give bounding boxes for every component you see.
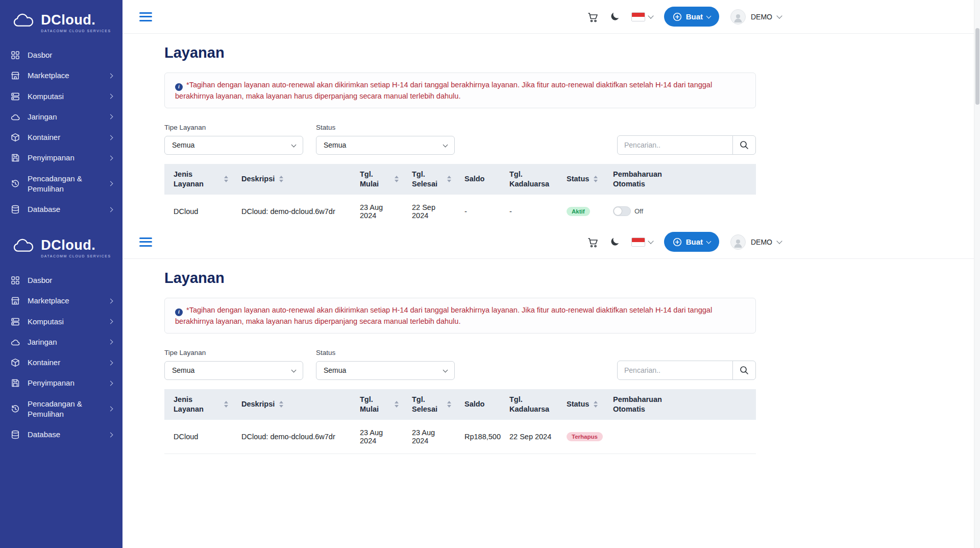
dark-mode-button[interactable] (609, 11, 620, 22)
cloud-logo-icon (11, 239, 36, 257)
auto-renewal-toggle[interactable]: Off (613, 206, 643, 216)
sidebar-item-dasbor[interactable]: Dasbor (0, 45, 122, 65)
info-icon: i (175, 83, 183, 91)
search-button[interactable] (732, 361, 756, 380)
chevron-right-icon (108, 360, 113, 365)
sidebar-item-database[interactable]: Database (0, 424, 122, 445)
page-title: Layanan (164, 44, 756, 61)
sidebar-item-penyimpanan[interactable]: Penyimpanan (0, 373, 122, 393)
create-button[interactable]: Buat (664, 7, 719, 27)
search-group (617, 135, 756, 155)
column-header-tgl-mulai[interactable]: Tgl. Mulai (351, 164, 403, 195)
menu-toggle-icon[interactable] (139, 237, 152, 247)
logo[interactable]: DCloud. DATACOMM CLOUD SERVICES (0, 225, 122, 264)
sidebar-item-marketplace[interactable]: Marketplace (0, 65, 122, 86)
search-icon (739, 140, 749, 150)
sidebar-item-komputasi[interactable]: Komputasi (0, 312, 122, 332)
create-button-label: Buat (686, 12, 703, 21)
menu-toggle-icon[interactable] (139, 12, 152, 21)
database-icon (10, 204, 20, 215)
create-button[interactable]: Buat (664, 232, 719, 252)
cart-button[interactable] (587, 236, 598, 248)
filter-type-label: Tipe Layanan (164, 349, 303, 356)
container-icon (10, 132, 20, 142)
table-header: Jenis Layanan Deskripsi Tgl. Mulai Tgl. … (164, 164, 756, 195)
plus-circle-icon (673, 12, 682, 21)
sidebar-item-label: Komputasi (28, 317, 102, 327)
filter-type-select[interactable]: Semua (164, 361, 303, 380)
filter-status-select[interactable]: Semua (316, 361, 455, 380)
search-input[interactable] (617, 135, 733, 155)
chevron-down-icon (706, 239, 712, 244)
table-header: Jenis Layanan Deskripsi Tgl. Mulai Tgl. … (164, 389, 756, 420)
column-header-jenis-layanan[interactable]: Jenis Layanan (164, 389, 232, 420)
screen-bottom: DCloud. DATACOMM CLOUD SERVICES Dasbor M… (0, 225, 980, 548)
user-menu[interactable]: DEMO (730, 9, 781, 25)
info-banner-text: *Tagihan dengan layanan auto-renewal aka… (175, 81, 712, 100)
scrollbar-track[interactable] (974, 0, 980, 548)
column-header-pembaharuan: Pembaharuan Otomatis (604, 389, 756, 420)
column-header-tgl-selesai[interactable]: Tgl. Selesai (403, 389, 455, 420)
chevron-down-icon (648, 13, 653, 18)
column-header-jenis-layanan[interactable]: Jenis Layanan (164, 164, 232, 195)
sidebar-item-jaringan[interactable]: Jaringan (0, 332, 122, 352)
column-header-tgl-selesai[interactable]: Tgl. Selesai (403, 164, 455, 195)
sidebar-item-label: Kontainer (28, 358, 102, 368)
cell-tgl-mulai: 23 Aug 2024 (351, 195, 403, 225)
sidebar-item-pencadangan[interactable]: Pencadangan & Pemulihan (0, 394, 122, 425)
chevron-right-icon (108, 319, 113, 324)
filter-status-select[interactable]: Semua (316, 136, 455, 155)
user-menu[interactable]: DEMO (730, 234, 781, 250)
sidebar-item-pencadangan[interactable]: Pencadangan & Pemulihan (0, 169, 122, 200)
sidebar-item-marketplace[interactable]: Marketplace (0, 291, 122, 311)
sidebar-item-kontainer[interactable]: Kontainer (0, 127, 122, 148)
chevron-down-icon (443, 142, 448, 147)
language-selector[interactable] (631, 237, 653, 247)
sidebar-item-kontainer[interactable]: Kontainer (0, 352, 122, 373)
sidebar-item-komputasi[interactable]: Komputasi (0, 86, 122, 107)
column-header-status[interactable]: Status (557, 164, 604, 195)
cell-tgl-selesai: 22 Sep 2024 (403, 195, 455, 225)
services-table: Jenis Layanan Deskripsi Tgl. Mulai Tgl. … (164, 164, 756, 225)
user-name: DEMO (751, 13, 772, 21)
sidebar-item-database[interactable]: Database (0, 199, 122, 220)
search-input[interactable] (617, 361, 733, 380)
scrollbar-thumb[interactable] (975, 28, 979, 105)
cloud-logo-icon (11, 13, 36, 32)
dashboard-icon (10, 275, 20, 285)
status-badge: Terhapus (567, 432, 603, 441)
cart-button[interactable] (587, 11, 598, 22)
column-header-deskripsi[interactable]: Deskripsi (232, 164, 351, 195)
moon-icon (609, 236, 620, 247)
page-content: Layanan i*Tagihan dengan layanan auto-re… (122, 259, 980, 454)
dark-mode-button[interactable] (609, 236, 620, 247)
column-header-tgl-mulai[interactable]: Tgl. Mulai (351, 389, 403, 420)
logo[interactable]: DCloud. DATACOMM CLOUD SERVICES (0, 0, 122, 39)
chevron-down-icon (443, 367, 448, 372)
backup-restore-icon (10, 404, 20, 414)
language-selector[interactable] (631, 12, 653, 21)
filter-type-select[interactable]: Semua (164, 136, 303, 155)
network-icon (10, 337, 20, 347)
sidebar-item-penyimpanan[interactable]: Penyimpanan (0, 148, 122, 168)
network-icon (10, 112, 20, 122)
sidebar-item-label: Penyimpanan (28, 378, 102, 388)
compute-icon (10, 91, 20, 102)
cell-auto-renewal (604, 420, 756, 454)
sort-icon (447, 401, 451, 408)
sort-icon (447, 176, 451, 182)
sidebar-item-label: Jaringan (28, 112, 102, 122)
chevron-right-icon (108, 94, 113, 99)
search-button[interactable] (732, 135, 756, 155)
create-button-label: Buat (686, 237, 703, 246)
sidebar-item-dasbor[interactable]: Dasbor (0, 270, 122, 291)
main-area: Buat DEMO Layanan i*Tagihan dengan layan… (122, 0, 980, 225)
chevron-right-icon (108, 380, 113, 386)
column-header-status[interactable]: Status (557, 389, 604, 420)
main-area: Buat DEMO Layanan i*Tagihan dengan layan… (122, 225, 980, 548)
cell-saldo: - (455, 195, 500, 225)
plus-circle-icon (673, 237, 682, 247)
sidebar-item-jaringan[interactable]: Jaringan (0, 107, 122, 127)
search-icon (739, 365, 749, 375)
column-header-deskripsi[interactable]: Deskripsi (232, 389, 351, 420)
